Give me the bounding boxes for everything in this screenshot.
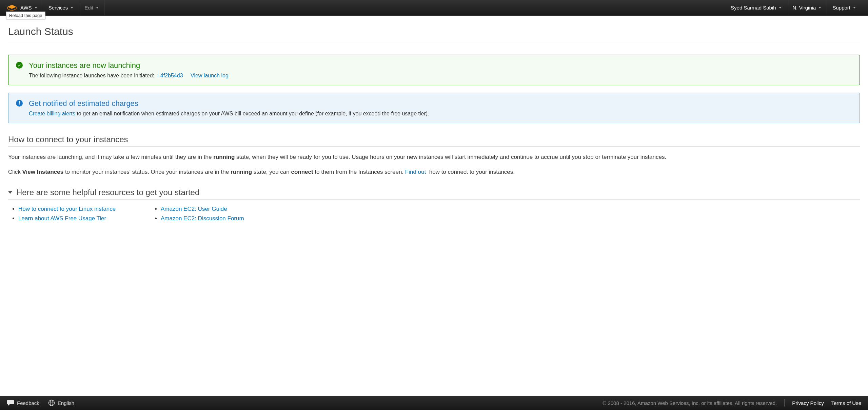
terms-of-use-link[interactable]: Terms of Use xyxy=(831,400,861,406)
text: to monitor your instances' status. Once … xyxy=(63,169,231,175)
caret-down-icon xyxy=(96,7,99,8)
text: state, you can xyxy=(252,169,291,175)
connect-heading: How to connect to your instances xyxy=(8,135,860,147)
aws-label: AWS xyxy=(20,5,32,11)
caret-down-icon xyxy=(71,7,73,8)
resource-link[interactable]: How to connect to your Linux instance xyxy=(18,206,116,212)
account-menu[interactable]: Syed Sarmad Sabih xyxy=(731,0,787,15)
services-label: Services xyxy=(48,5,68,11)
edit-menu[interactable]: Edit xyxy=(79,0,104,15)
list-item: Amazon EC2: User Guide xyxy=(161,204,293,214)
resource-link[interactable]: Amazon EC2: Discussion Forum xyxy=(161,215,244,222)
resource-link[interactable]: Learn about AWS Free Usage Tier xyxy=(18,215,106,222)
support-label: Support xyxy=(832,5,850,11)
svg-marker-0 xyxy=(7,5,16,9)
text: state, when they will be ready for you t… xyxy=(235,154,666,160)
notify-rest: to get an email notification when estima… xyxy=(75,111,429,116)
triangle-down-icon xyxy=(8,191,12,194)
text-bold: connect xyxy=(291,169,313,175)
caret-down-icon xyxy=(779,7,782,8)
list-item: Learn about AWS Free Usage Tier xyxy=(18,214,151,223)
language-selector[interactable]: English xyxy=(48,399,74,406)
text: to them from the Instances screen. xyxy=(313,169,405,175)
success-title: Your instances are now launching xyxy=(29,61,852,70)
resources-list: How to connect to your Linux instance Le… xyxy=(8,204,860,223)
caret-down-icon xyxy=(818,7,821,8)
account-label: Syed Sarmad Sabih xyxy=(731,5,776,11)
resource-link[interactable]: Amazon EC2: User Guide xyxy=(161,206,227,212)
divider xyxy=(784,399,785,407)
connect-paragraph-2: Click View Instances to monitor your ins… xyxy=(8,168,860,176)
text-bold: running xyxy=(231,169,252,175)
success-lead: The following instance launches have bee… xyxy=(29,73,154,78)
top-nav: Reload this page AWS Services Edit Syed … xyxy=(0,0,868,16)
text: how to connect to your instances. xyxy=(428,169,515,175)
text-bold: running xyxy=(213,154,235,160)
connect-paragraph-1: Your instances are launching, and it may… xyxy=(8,153,860,162)
footer: Feedback English © 2008 - 2016, Amazon W… xyxy=(0,396,868,410)
feedback-label: Feedback xyxy=(17,400,39,406)
resources-heading: Here are some helpful resources to get y… xyxy=(16,188,199,197)
reload-tooltip: Reload this page xyxy=(6,12,45,19)
language-label: English xyxy=(58,400,74,406)
create-billing-alerts-link[interactable]: Create billing alerts xyxy=(29,111,75,116)
billing-notify-alert: i Get notified of estimated charges Crea… xyxy=(8,93,860,123)
caret-down-icon xyxy=(35,7,37,8)
globe-icon xyxy=(48,399,55,406)
edit-label: Edit xyxy=(84,5,93,11)
text: Your instances are launching, and it may… xyxy=(8,154,213,160)
feedback-link[interactable]: Feedback xyxy=(7,400,39,406)
page-title: Launch Status xyxy=(8,26,860,41)
copyright: © 2008 - 2016, Amazon Web Services, Inc.… xyxy=(603,400,777,406)
support-menu[interactable]: Support xyxy=(827,0,861,15)
info-circle-icon: i xyxy=(16,100,23,107)
privacy-policy-link[interactable]: Privacy Policy xyxy=(792,400,824,406)
list-item: How to connect to your Linux instance xyxy=(18,204,151,214)
notify-body: Create billing alerts to get an email no… xyxy=(29,111,852,117)
aws-logo-icon xyxy=(7,4,17,12)
services-menu[interactable]: Services xyxy=(43,0,79,15)
view-launch-log-link[interactable]: View launch log xyxy=(191,73,229,78)
check-circle-icon: ✓ xyxy=(16,62,23,69)
text: Click xyxy=(8,169,22,175)
region-menu[interactable]: N. Virginia xyxy=(787,0,827,15)
instance-id-link[interactable]: i-4f2b54d3 xyxy=(157,73,183,78)
text-bold: View Instances xyxy=(22,169,64,175)
find-out-link[interactable]: Find out xyxy=(405,169,426,175)
region-label: N. Virginia xyxy=(793,5,816,11)
success-body: The following instance launches have bee… xyxy=(29,73,852,79)
resources-toggle[interactable]: Here are some helpful resources to get y… xyxy=(8,188,860,200)
main-content: Launch Status ✓ Your instances are now l… xyxy=(0,16,868,234)
caret-down-icon xyxy=(853,7,856,8)
list-item: Amazon EC2: Discussion Forum xyxy=(161,214,293,223)
notify-title: Get notified of estimated charges xyxy=(29,99,852,108)
speech-bubble-icon xyxy=(7,400,14,406)
launch-success-alert: ✓ Your instances are now launching The f… xyxy=(8,55,860,85)
